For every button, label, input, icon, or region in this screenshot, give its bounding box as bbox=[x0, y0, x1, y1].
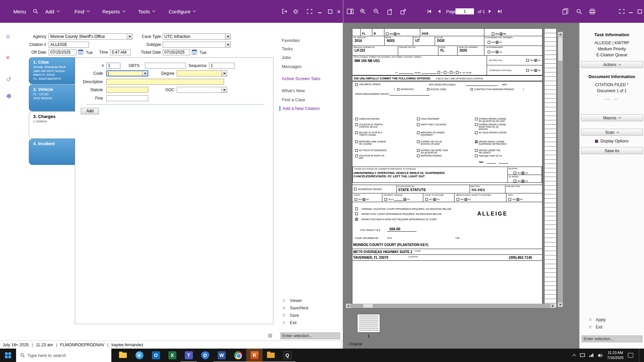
menu-add[interactable]: Add bbox=[45, 0, 59, 23]
calendar-icon[interactable] bbox=[78, 50, 83, 55]
shortcut-save-next[interactable]: Save/Next bbox=[290, 306, 308, 310]
sidebar-item-jobs[interactable]: Jobs bbox=[282, 55, 291, 60]
dropdown-arrow-icon[interactable] bbox=[221, 71, 227, 76]
prev-document-icon[interactable]: << bbox=[605, 97, 610, 101]
horizontal-scrollbar[interactable] bbox=[346, 304, 555, 308]
menu-tools[interactable]: Tools bbox=[138, 0, 155, 23]
scrollbar-thumb[interactable] bbox=[558, 37, 562, 61]
sidebar-item-favorites[interactable]: Favorites bbox=[282, 38, 300, 43]
taskbar-defender-icon[interactable]: D bbox=[197, 349, 213, 362]
notification-center-icon[interactable] bbox=[628, 353, 633, 358]
taskbar-file-explorer-icon[interactable] bbox=[115, 349, 131, 362]
taskbar-clock[interactable]: 11:23 AM 7/16/2025 bbox=[607, 350, 624, 360]
rotate-page-icon[interactable] bbox=[385, 0, 394, 23]
document-pager[interactable]: << >> bbox=[580, 97, 644, 101]
show-desktop-button[interactable] bbox=[639, 349, 641, 362]
menu-reports[interactable]: Reports bbox=[102, 0, 125, 23]
calendar-icon[interactable] bbox=[192, 50, 197, 55]
copy-pages-icon[interactable] bbox=[561, 0, 570, 23]
shortcut-exit[interactable]: Exit bbox=[596, 325, 602, 329]
scroll-right-button[interactable] bbox=[550, 304, 555, 308]
list-icon[interactable]: ≡ bbox=[6, 33, 10, 41]
fine-input[interactable] bbox=[106, 95, 148, 101]
next-page-icon[interactable] bbox=[486, 0, 494, 23]
save-as-button[interactable]: Save As bbox=[581, 147, 643, 154]
previous-page-icon[interactable] bbox=[435, 0, 443, 23]
maximize-icon[interactable] bbox=[326, 0, 334, 23]
sidebar-item-add-new-citation[interactable]: Add a New Citation bbox=[282, 106, 320, 111]
print-icon[interactable] bbox=[588, 0, 597, 23]
dropdown-arrow-icon[interactable] bbox=[127, 34, 132, 39]
agency-dropdown[interactable]: Monroe County Sheriff's Office bbox=[49, 34, 132, 40]
citation-number-input[interactable]: ALLEIGE bbox=[49, 42, 89, 48]
viewer-fullscreen-icon[interactable] bbox=[618, 0, 626, 23]
goc-dropdown[interactable] bbox=[177, 87, 227, 93]
taskbar-search-input[interactable] bbox=[28, 353, 101, 358]
taskbar-records-app-icon[interactable]: R bbox=[246, 349, 263, 362]
macros-button[interactable]: Macros bbox=[581, 114, 643, 121]
sidebar-item-whats-new[interactable]: What's New bbox=[282, 88, 305, 93]
bell-icon[interactable] bbox=[7, 94, 11, 98]
zoom-in-icon[interactable] bbox=[358, 0, 368, 23]
taskbar-search[interactable] bbox=[16, 349, 111, 362]
statute-input[interactable] bbox=[106, 87, 148, 93]
menu-button[interactable]: Menu bbox=[13, 0, 26, 23]
taskbar-teams-icon[interactable]: T bbox=[180, 349, 197, 362]
shortcut-apply[interactable]: Apply bbox=[596, 317, 606, 322]
taskbar-q-app-icon[interactable]: Q bbox=[279, 349, 296, 362]
shortcut-exit[interactable]: Exit bbox=[290, 320, 297, 325]
shortcut-save[interactable]: Save bbox=[290, 313, 299, 318]
sidebar-item-messages[interactable]: Messages bbox=[282, 64, 302, 69]
command-input[interactable] bbox=[582, 336, 642, 342]
taskbar-files-folder-icon[interactable] bbox=[263, 349, 279, 362]
code-dropdown[interactable] bbox=[106, 70, 148, 76]
gear-icon[interactable] bbox=[291, 0, 300, 23]
dropdown-arrow-icon[interactable] bbox=[225, 42, 230, 47]
sequence-input[interactable]: 1 bbox=[209, 63, 235, 69]
taskbar-excel-icon[interactable]: X bbox=[164, 349, 180, 362]
tab-citee[interactable]: 1. Citee Smoak, Shanquita Rach 1885 NW 5… bbox=[29, 57, 75, 84]
first-page-icon[interactable] bbox=[426, 0, 433, 23]
scroll-up-button[interactable] bbox=[558, 32, 563, 37]
tab-charges[interactable]: 3. Charges 1 Violation bbox=[29, 112, 75, 138]
scroll-left-button[interactable] bbox=[346, 304, 351, 308]
subtype-dropdown[interactable] bbox=[163, 42, 231, 48]
time-input[interactable]: 5:47 AM bbox=[110, 49, 131, 55]
history-icon[interactable]: ↺ bbox=[6, 76, 11, 83]
scan-button[interactable]: Scan bbox=[581, 129, 643, 136]
ticket-date-input[interactable]: 07/15/2025 bbox=[163, 49, 190, 55]
page-number-input[interactable] bbox=[455, 8, 474, 14]
menu-find[interactable]: Find bbox=[74, 0, 89, 23]
taskbar-chrome-icon[interactable] bbox=[230, 349, 246, 362]
dropdown-arrow-icon[interactable] bbox=[221, 87, 227, 93]
viewer-minimize-icon[interactable] bbox=[627, 0, 635, 23]
taskbar-word-icon[interactable]: W bbox=[213, 349, 230, 362]
tab-incident[interactable]: 4. Incident bbox=[29, 139, 75, 165]
vertical-scrollbar[interactable] bbox=[558, 32, 563, 307]
layout-panels-icon[interactable] bbox=[345, 0, 355, 23]
viewer-maximize-icon[interactable] bbox=[636, 0, 643, 23]
start-button[interactable] bbox=[0, 349, 16, 362]
sign-out-icon[interactable] bbox=[280, 0, 289, 23]
zoom-out-icon[interactable] bbox=[372, 0, 381, 23]
export-icon[interactable] bbox=[398, 0, 408, 23]
obts-input[interactable] bbox=[145, 63, 186, 69]
shortcut-viewer[interactable]: Viewer bbox=[290, 298, 302, 303]
scroll-down-button[interactable] bbox=[558, 302, 563, 307]
next-document-icon[interactable]: >> bbox=[614, 97, 619, 101]
sidebar-item-find-a-case[interactable]: Find a Case bbox=[282, 97, 305, 102]
command-input[interactable] bbox=[280, 333, 340, 339]
tray-expand-icon[interactable] bbox=[572, 354, 576, 358]
add-charge-button[interactable]: Add bbox=[81, 108, 99, 114]
monitor-icon[interactable] bbox=[580, 353, 585, 357]
page-thumbnail[interactable] bbox=[357, 314, 380, 333]
favorites-heart-icon[interactable]: ♥ bbox=[6, 54, 10, 61]
tab-vehicle[interactable]: 2. Vehicle FL - LIFJ22 2016 NISSAN bbox=[29, 84, 75, 111]
menu-configure[interactable]: Configure bbox=[169, 0, 196, 23]
taskbar-edge-icon[interactable]: e bbox=[131, 349, 148, 362]
resize-grip[interactable] bbox=[268, 334, 272, 338]
display-options[interactable]: Display Options bbox=[580, 139, 644, 143]
charge-number-input[interactable]: 1 bbox=[106, 63, 120, 69]
case-type-dropdown[interactable]: UTC Infraction bbox=[163, 34, 231, 40]
taskbar-outlook-icon[interactable]: O bbox=[148, 349, 164, 362]
